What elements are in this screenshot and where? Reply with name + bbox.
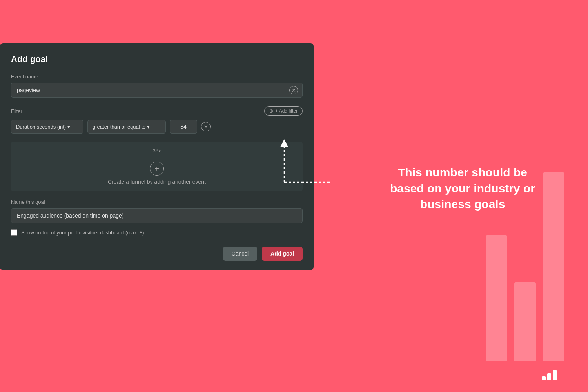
checkbox-row: Show on top of your public visitors dash… [11, 229, 303, 236]
goal-name-label: Name this goal [11, 199, 303, 205]
add-goal-modal: Add goal Event name ✕ Filter ⊕ + Add fil… [0, 43, 314, 270]
add-goal-button[interactable]: Add goal [262, 247, 303, 261]
chart-icon [542, 370, 557, 380]
filter-label: Filter [11, 108, 22, 114]
chart-bar-3 [553, 370, 557, 380]
multiplier-section: 38x + Create a funnel by adding another … [11, 142, 303, 191]
chart-bar-2 [547, 373, 551, 380]
filter-section: Filter ⊕ + Add filter Duration seconds (… [11, 106, 303, 134]
filter-operator-select[interactable]: greater than or equal to ▾ [87, 120, 166, 134]
checkbox-label: Show on top of your public visitors dash… [21, 230, 144, 236]
chart-bar-1 [542, 376, 546, 380]
goal-name-input[interactable] [11, 208, 303, 223]
annotation-text: This number should be based on your indu… [388, 165, 537, 212]
max-note: (max. 8) [125, 230, 144, 236]
add-filter-icon: ⊕ [269, 108, 273, 114]
filter-value-input[interactable] [170, 120, 197, 134]
cancel-button[interactable]: Cancel [223, 247, 258, 261]
filter-duration-select[interactable]: Duration seconds (int) ▾ [11, 120, 83, 134]
bg-bar-2 [514, 282, 536, 361]
multiplier-value: 38x [19, 148, 295, 154]
add-event-icon: + [150, 162, 164, 176]
filter-row: Duration seconds (int) ▾ greater than or… [11, 120, 303, 134]
bg-bar-1 [486, 235, 507, 361]
add-event-label: Create a funnel by adding another event [108, 179, 206, 185]
background-bars [486, 0, 564, 392]
add-filter-label: + Add filter [275, 108, 298, 114]
goal-name-section: Name this goal [11, 199, 303, 223]
event-name-wrapper: ✕ [11, 83, 303, 98]
event-name-label: Event name [11, 74, 303, 80]
bg-bar-3 [543, 172, 564, 361]
add-filter-button[interactable]: ⊕ + Add filter [264, 106, 303, 116]
action-row: Cancel Add goal [11, 247, 303, 261]
add-event-button[interactable]: + Create a funnel by adding another even… [19, 162, 295, 185]
event-name-input[interactable] [11, 83, 303, 98]
modal-title: Add goal [11, 54, 303, 64]
public-dashboard-checkbox[interactable] [11, 229, 17, 236]
filter-clear-button[interactable]: ✕ [201, 122, 211, 131]
filter-header: Filter ⊕ + Add filter [11, 106, 303, 116]
event-name-clear-button[interactable]: ✕ [289, 86, 298, 94]
